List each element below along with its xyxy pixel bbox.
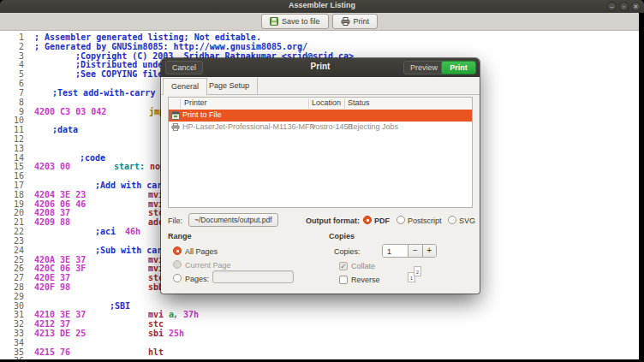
minimize-icon[interactable]: – xyxy=(607,2,617,11)
range-title: Range xyxy=(168,232,192,240)
save-icon xyxy=(270,17,278,26)
printer-cell-status: Rejecting Jobs xyxy=(348,122,398,131)
copies-increase-button[interactable]: + xyxy=(422,245,436,257)
format-label-pdf: PDF xyxy=(374,217,390,225)
code-token: 420F 98 xyxy=(34,282,70,292)
code-line: 354215 76hlt xyxy=(0,347,639,357)
line-number: 21 xyxy=(2,217,24,227)
line-number: 10 xyxy=(2,116,24,125)
printer-list-header[interactable]: Printer Location Status xyxy=(169,98,472,110)
code-token: 4213 DE 25 xyxy=(34,329,86,338)
maximize-icon[interactable]: ▫ xyxy=(619,2,629,11)
print-button[interactable]: Print xyxy=(332,14,379,29)
close-icon[interactable]: ✕ xyxy=(631,2,641,11)
format-radio-postscript[interactable] xyxy=(397,216,405,224)
range-radio-all-pages[interactable] xyxy=(173,246,182,255)
printer-row[interactable]: Print to File xyxy=(169,110,472,122)
range-radio-current-page[interactable] xyxy=(173,260,182,269)
save-to-file-label: Save to file xyxy=(282,17,320,26)
line-number: 19 xyxy=(2,199,24,209)
code-token: ;aci xyxy=(95,227,116,236)
print-to-file-icon xyxy=(171,111,180,122)
code-token: 4212 37 xyxy=(34,319,70,329)
code-token: 37h xyxy=(183,310,199,319)
printer-cell-printer: Print to File xyxy=(182,110,222,119)
code-token: 4204 3E 23 xyxy=(34,190,86,199)
line-number: 13 xyxy=(2,144,24,153)
print-button-label: Print xyxy=(354,17,370,26)
printer-icon xyxy=(171,123,180,133)
code-token: mvi xyxy=(148,310,164,319)
line-number: 7 xyxy=(2,88,24,98)
code-token: 4203 00 xyxy=(34,162,70,171)
code-line: 2; Generated by GNUSim8085: http://www.g… xyxy=(0,42,639,51)
line-number: 24 xyxy=(2,246,24,255)
column-location[interactable]: Location xyxy=(312,98,341,107)
print-confirm-button[interactable]: Print xyxy=(441,61,476,74)
line-number: 26 xyxy=(2,264,24,273)
copies-label: Copies: xyxy=(334,247,361,256)
code-token: ; Assembler generated listing; Not edita… xyxy=(34,33,261,42)
copies-decrease-button[interactable]: − xyxy=(408,245,421,257)
line-number: 11 xyxy=(2,125,24,134)
pages-input[interactable] xyxy=(212,270,294,283)
printer-row[interactable]: HP-LaserJet-Professional-M1136-MFPvostro… xyxy=(169,122,472,134)
column-status[interactable]: Status xyxy=(348,98,370,107)
code-token: ; Generated by GNUSim8085: http://www.gn… xyxy=(34,42,307,51)
code-token: 4210 3E 37 xyxy=(34,310,86,319)
format-radio-svg[interactable] xyxy=(448,216,456,224)
collate-label: Collate xyxy=(351,262,375,270)
line-number: 30 xyxy=(2,301,24,311)
print-dialog-header[interactable]: Cancel Print Preview Print xyxy=(161,58,480,77)
collate-checkbox[interactable]: ✓ xyxy=(339,262,348,270)
line-number: 16 xyxy=(2,171,24,181)
range-radio-pages[interactable] xyxy=(173,274,182,282)
printer-list[interactable]: Printer Location Status Print to FileHP-… xyxy=(168,97,473,208)
preview-button[interactable]: Preview xyxy=(403,61,444,74)
reverse-checkbox[interactable] xyxy=(339,276,348,284)
file-label: File: xyxy=(168,217,182,225)
window-titlebar[interactable]: Assembler Listing – ▫ ✕ xyxy=(0,0,644,13)
copies-title: Copies xyxy=(329,232,355,240)
code-line: 334213 DE 25sbi25h xyxy=(0,329,639,338)
reverse-label: Reverse xyxy=(351,276,380,284)
line-number: 20 xyxy=(2,208,24,217)
line-number: 4 xyxy=(2,60,24,69)
range-label-pages: Pages: xyxy=(185,275,209,283)
code-token: ;See COPYING file xyxy=(75,69,163,79)
tab-page-setup[interactable]: Page Setup xyxy=(201,78,258,94)
code-line: 314210 3E 37mvia,37h xyxy=(0,310,639,319)
line-number: 22 xyxy=(2,227,24,236)
code-token: 420A 3E 37 xyxy=(34,255,86,264)
code-token: 4200 C3 03 042 xyxy=(34,107,106,116)
print-dialog: Cancel Print Preview Print General Page … xyxy=(161,58,480,294)
collate-page-2-icon: 2 xyxy=(414,266,421,276)
printer-cell-printer: HP-LaserJet-Professional-M1136-MFP xyxy=(182,122,314,131)
file-chooser-button[interactable]: ~/Documents/output.pdf xyxy=(188,213,278,227)
code-token: 46h xyxy=(125,227,140,236)
line-number: 2 xyxy=(2,42,24,51)
line-number: 6 xyxy=(2,79,24,88)
code-line: 1; Assembler generated listing; Not edit… xyxy=(0,33,639,42)
code-token: ;data xyxy=(52,125,78,134)
toolbar: Save to file Print xyxy=(0,13,639,31)
line-number: 23 xyxy=(2,236,24,246)
code-token: 420C 06 3F xyxy=(34,264,86,273)
output-format-label: Output format: xyxy=(306,217,360,225)
format-radio-pdf[interactable] xyxy=(363,216,372,224)
save-to-file-button[interactable]: Save to file xyxy=(261,14,329,29)
code-line: 36 xyxy=(0,356,639,359)
copies-value[interactable]: 1 xyxy=(383,245,408,257)
window-title: Assembler Listing xyxy=(0,1,644,9)
line-number: 1 xyxy=(2,33,24,42)
format-label-postscript: Postscript xyxy=(408,217,442,225)
column-printer[interactable]: Printer xyxy=(184,98,207,107)
line-number: 15 xyxy=(2,162,24,171)
code-token: 4206 06 46 xyxy=(34,199,86,209)
code-line: 324212 37stc xyxy=(0,319,639,329)
line-number: 5 xyxy=(2,69,24,79)
code-token: 4208 37 xyxy=(34,208,70,217)
code-line: 34 xyxy=(0,338,639,347)
format-label-svg: SVG xyxy=(459,217,475,225)
line-number: 33 xyxy=(2,329,24,338)
